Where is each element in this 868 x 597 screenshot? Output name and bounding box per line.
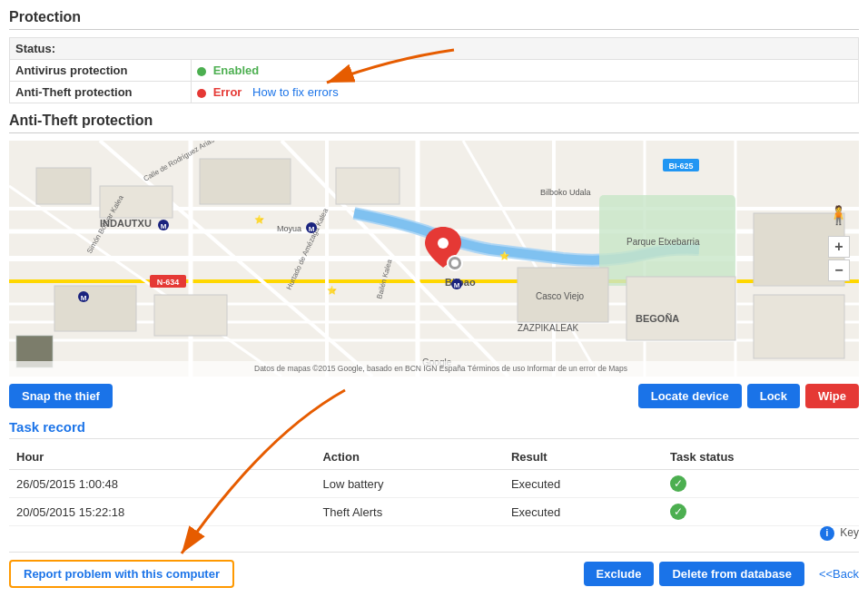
svg-text:M: M xyxy=(161,222,167,230)
svg-text:⭐: ⭐ xyxy=(327,285,338,296)
row1-result: Executed xyxy=(504,470,663,498)
check-icon: ✓ xyxy=(670,504,686,520)
col-action: Action xyxy=(315,445,504,470)
antitheft-status-cell: Error How to fix errors xyxy=(192,82,859,103)
zoom-out-button[interactable]: − xyxy=(828,259,850,281)
row1-hour: 26/05/2015 1:00:48 xyxy=(9,470,315,498)
col-task-status: Task status xyxy=(663,445,859,470)
zoom-in-button[interactable]: + xyxy=(828,236,850,258)
svg-text:Parque Etxebarria: Parque Etxebarria xyxy=(626,237,700,247)
anti-theft-title: Anti-Theft protection xyxy=(9,113,859,133)
svg-text:BI-625: BI-625 xyxy=(668,161,693,171)
antivirus-status-text: Enabled xyxy=(213,64,260,77)
map-zoom-controls: + − xyxy=(828,236,850,281)
delete-from-database-button[interactable]: Delete from database xyxy=(659,562,804,586)
task-table-header: Hour Action Result Task status xyxy=(9,445,859,470)
col-hour: Hour xyxy=(9,445,315,470)
table-row: 20/05/2015 15:22:18 Theft Alerts Execute… xyxy=(9,498,859,526)
svg-text:N-634: N-634 xyxy=(157,278,180,287)
status-header-label: Status: xyxy=(10,38,859,60)
svg-text:BEGOÑA: BEGOÑA xyxy=(636,313,679,324)
antitheft-row: Anti-Theft protection Error How to fix e… xyxy=(10,82,859,103)
map-container: Parque Etxebarria N-634 BI-625 xyxy=(9,141,859,377)
svg-text:⭐: ⭐ xyxy=(499,250,510,261)
street-view-icon[interactable]: 🧍 xyxy=(827,204,850,226)
report-problem-button[interactable]: Report problem with this computer xyxy=(9,560,234,588)
check-icon: ✓ xyxy=(670,475,686,492)
svg-text:⭐: ⭐ xyxy=(254,214,265,225)
page-title: Protection xyxy=(9,9,859,30)
info-icon: i xyxy=(820,526,834,541)
task-section: Task record Hour Action Result Task stat… xyxy=(9,419,859,541)
antivirus-row: Antivirus protection Enabled xyxy=(10,60,859,82)
lock-button[interactable]: Lock xyxy=(747,384,800,408)
error-dot-icon xyxy=(197,89,206,98)
row1-action: Low battery xyxy=(315,470,504,498)
svg-text:M: M xyxy=(309,225,315,233)
status-header-row: Status: xyxy=(10,38,859,60)
svg-text:Casco Viejo: Casco Viejo xyxy=(536,291,585,301)
footer-right-actions: Exclude Delete from database <<Back xyxy=(584,562,859,586)
device-actions: Locate device Lock Wipe xyxy=(638,384,859,408)
anti-theft-section: Anti-Theft protection xyxy=(9,113,859,408)
exclude-button[interactable]: Exclude xyxy=(584,562,655,586)
svg-point-62 xyxy=(451,259,459,267)
map-svg: Parque Etxebarria N-634 BI-625 xyxy=(9,141,859,377)
map-actions: Snap the thief Locate device Lock Wipe xyxy=(9,384,859,408)
footer-actions: Report problem with this computer Exclud… xyxy=(9,552,859,595)
table-row: 26/05/2015 1:00:48 Low battery Executed … xyxy=(9,470,859,498)
how-to-fix-link[interactable]: How to fix errors xyxy=(252,85,339,99)
svg-text:Datos de mapas ©2015 Google, b: Datos de mapas ©2015 Google, basado en B… xyxy=(254,364,627,373)
svg-text:ZAZPIKALEAK: ZAZPIKALEAK xyxy=(518,323,579,333)
status-table: Status: Antivirus protection Enabled Ant… xyxy=(9,37,859,103)
row2-status: ✓ xyxy=(663,498,859,526)
status-section: Status: Antivirus protection Enabled Ant… xyxy=(9,37,859,103)
antivirus-status: Enabled xyxy=(192,60,859,82)
key-label: Key xyxy=(840,526,859,539)
svg-rect-25 xyxy=(154,295,227,336)
antivirus-label: Antivirus protection xyxy=(10,60,192,82)
task-table: Hour Action Result Task status 26/05/201… xyxy=(9,445,859,526)
row2-action: Theft Alerts xyxy=(315,498,504,526)
svg-text:M: M xyxy=(81,294,87,302)
snap-thief-button[interactable]: Snap the thief xyxy=(9,384,113,408)
wipe-button[interactable]: Wipe xyxy=(805,384,859,408)
svg-point-60 xyxy=(438,238,449,249)
task-record-title: Task record xyxy=(9,419,859,439)
svg-text:Moyua: Moyua xyxy=(277,224,301,233)
antitheft-status-text: Error xyxy=(213,85,242,99)
svg-rect-22 xyxy=(200,159,291,204)
svg-rect-23 xyxy=(336,168,399,204)
svg-text:M: M xyxy=(454,281,460,289)
svg-text:INDAUTXU: INDAUTXU xyxy=(100,218,152,229)
locate-device-button[interactable]: Locate device xyxy=(638,384,742,408)
back-link[interactable]: <<Back xyxy=(819,567,859,581)
col-result: Result xyxy=(504,445,663,470)
svg-rect-29 xyxy=(754,295,844,358)
row2-result: Executed xyxy=(504,498,663,526)
enabled-dot-icon xyxy=(197,67,206,76)
svg-rect-20 xyxy=(36,168,91,204)
svg-rect-27 xyxy=(626,277,735,340)
key-info: i Key xyxy=(9,526,859,541)
antitheft-label: Anti-Theft protection xyxy=(10,82,192,103)
row2-hour: 20/05/2015 15:22:18 xyxy=(9,498,315,526)
svg-text:Bilboko Udala: Bilboko Udala xyxy=(540,188,591,197)
row1-status: ✓ xyxy=(663,470,859,498)
svg-rect-24 xyxy=(54,286,136,331)
